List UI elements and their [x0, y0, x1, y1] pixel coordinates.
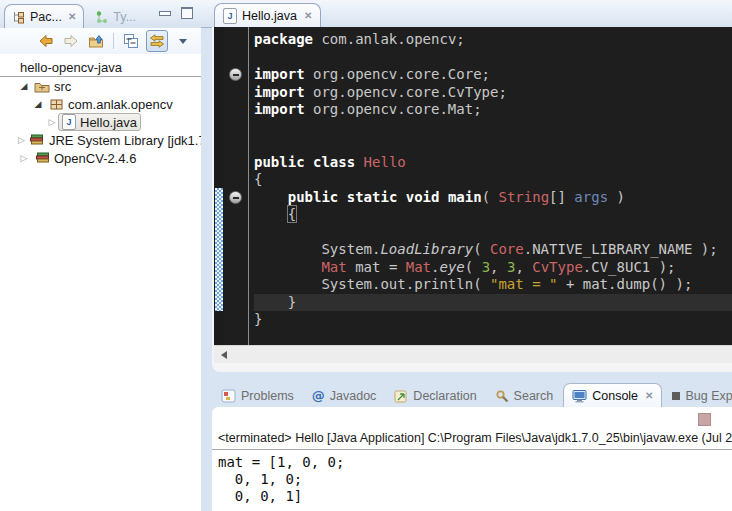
tree-item-label: Hello.java	[80, 115, 137, 130]
code-token	[355, 154, 363, 170]
code-line[interactable]: package com.anlak.opencv;	[254, 31, 732, 49]
tab-declaration[interactable]: Declaration	[386, 384, 484, 407]
collapse-all-icon	[123, 33, 139, 49]
fold-collapse-icon[interactable]	[229, 191, 242, 204]
code-token: LoadLibrary	[380, 241, 473, 257]
tree-item-content: OpenCV-2.4.6	[30, 150, 140, 167]
tab-label: Bug Explorer	[685, 389, 732, 403]
library-icon	[34, 151, 50, 166]
bottom-view-stack: Problems @ Javadoc Declaration	[201, 380, 732, 511]
tree-collapsed-icon[interactable]: ▷	[46, 118, 58, 127]
fold-collapse-icon[interactable]	[229, 68, 242, 81]
tree-item-hello-java[interactable]: ▷JHello.java	[0, 113, 201, 131]
go-into-button[interactable]	[86, 31, 106, 51]
tab-search[interactable]: Search	[487, 384, 562, 407]
close-icon[interactable]: ✕	[645, 390, 653, 401]
tree-item-jre-system-library-jdk1-7-0[interactable]: ▷JRE System Library [jdk1.7.0	[0, 131, 201, 149]
tree-collapsed-icon[interactable]: ▷	[18, 136, 25, 145]
editor-horizontal-scrollbar[interactable]	[214, 345, 732, 363]
tree-item-com-anlak-opencv[interactable]: ◢com.anlak.opencv	[0, 95, 201, 113]
src-folder-icon	[34, 79, 50, 94]
view-menu-button[interactable]	[173, 31, 193, 51]
editor-tab-label: Hello.java	[242, 9, 297, 23]
package-explorer-panel: Pac... ✕ Ty...	[0, 0, 201, 511]
folding-ruler	[224, 27, 248, 345]
code-token: []	[549, 189, 574, 205]
javadoc-icon: @	[312, 388, 325, 403]
view-menu-icon	[179, 39, 187, 44]
code-token: }	[254, 294, 296, 310]
close-icon[interactable]: ✕	[304, 10, 312, 21]
console-output[interactable]: mat = [1, 0, 0; 0, 1, 0; 0, 0, 1]	[218, 454, 732, 505]
code-token: import	[254, 101, 305, 117]
code-token: eye	[439, 259, 464, 275]
code-token: {	[254, 171, 262, 187]
minimize-icon[interactable]	[159, 11, 171, 16]
code-editor[interactable]: package com.anlak.opencv;import org.open…	[214, 27, 732, 345]
code-line[interactable]	[254, 136, 732, 154]
code-line[interactable]: System.LoadLibrary( Core.NATIVE_LIBRARY_…	[254, 241, 732, 259]
tab-javadoc[interactable]: @ Javadoc	[304, 384, 385, 407]
code-token: (	[465, 259, 482, 275]
tree-item-content: src	[30, 78, 75, 95]
tab-type-hierarchy[interactable]: Ty...	[88, 5, 143, 28]
terminate-button[interactable]	[698, 413, 711, 426]
tab-label: Problems	[241, 389, 294, 403]
link-with-editor-button[interactable]	[146, 30, 168, 52]
code-line[interactable]: }	[254, 311, 732, 329]
code-line[interactable]: {	[254, 206, 732, 224]
java-file-icon: J	[223, 8, 237, 24]
tab-bug-explorer[interactable]: Bug Explorer	[664, 384, 732, 407]
code-line[interactable]: import org.opencv.core.Core;	[254, 66, 732, 84]
code-token: Core	[490, 241, 524, 257]
collapse-all-button[interactable]	[121, 31, 141, 51]
tab-label: Pac...	[30, 10, 62, 24]
code-line[interactable]	[254, 49, 732, 67]
code-token	[254, 206, 288, 222]
tree-item-hello-opencv-java[interactable]: hello-opencv-java	[0, 58, 201, 77]
code-token: import	[254, 66, 305, 82]
link-editor-icon	[149, 33, 165, 49]
code-line[interactable]: public static void main( String[] args )	[254, 189, 732, 207]
tree-item-label: com.anlak.opencv	[68, 97, 173, 112]
code-line[interactable]: import org.opencv.core.CvType;	[254, 84, 732, 102]
tree-collapsed-icon[interactable]: ▷	[18, 154, 30, 163]
code-token: Hello	[364, 154, 406, 170]
code-token: args	[574, 189, 608, 205]
tab-label: Search	[514, 389, 554, 403]
tree-item-label: hello-opencv-java	[20, 60, 122, 75]
scroll-left-arrow-icon[interactable]	[221, 351, 227, 359]
tree-expanded-icon[interactable]: ◢	[32, 100, 44, 109]
code-line[interactable]: }	[254, 294, 732, 312]
tree-item-opencv-2-4-6[interactable]: ▷OpenCV-2.4.6	[0, 149, 201, 167]
code-line[interactable]: import org.opencv.core.Mat;	[254, 101, 732, 119]
tab-console[interactable]: Console ✕	[563, 383, 662, 407]
type-hierarchy-icon	[95, 10, 109, 24]
code-line[interactable]: {	[254, 171, 732, 189]
tab-problems[interactable]: Problems	[213, 384, 302, 407]
tab-hello-java[interactable]: J Hello.java ✕	[214, 3, 321, 27]
code-token: + mat.dump() );	[557, 276, 692, 292]
maximize-icon[interactable]	[181, 7, 193, 19]
selected-tree-item: JHello.java	[58, 113, 141, 131]
code-token: ,	[490, 259, 507, 275]
code-line[interactable]: System.out.println( "mat = " + mat.dump(…	[254, 276, 732, 294]
tree-item-src[interactable]: ◢src	[0, 77, 201, 95]
forward-button[interactable]	[61, 31, 81, 51]
code-token: {	[288, 206, 296, 222]
code-line[interactable]	[254, 224, 732, 242]
code-token: }	[254, 311, 262, 327]
editor-tabstrip: J Hello.java ✕	[201, 0, 732, 28]
code-token: 3	[482, 259, 490, 275]
code-line[interactable]: public class Hello	[254, 154, 732, 172]
close-icon[interactable]: ✕	[68, 11, 76, 22]
back-button[interactable]	[36, 31, 56, 51]
tab-package-explorer[interactable]: Pac... ✕	[4, 4, 84, 28]
code-line[interactable]: Mat mat = Mat.eye( 3, 3, CvType.CV_8UC1 …	[254, 259, 732, 277]
code-token: org.opencv.core.CvType;	[305, 84, 507, 100]
tree-expanded-icon[interactable]: ◢	[18, 82, 30, 91]
code-line[interactable]	[254, 119, 732, 137]
java-file-icon: J	[62, 114, 76, 130]
tree-item-label: src	[54, 79, 71, 94]
tree-item-content: JRE System Library [jdk1.7.0	[25, 132, 201, 149]
